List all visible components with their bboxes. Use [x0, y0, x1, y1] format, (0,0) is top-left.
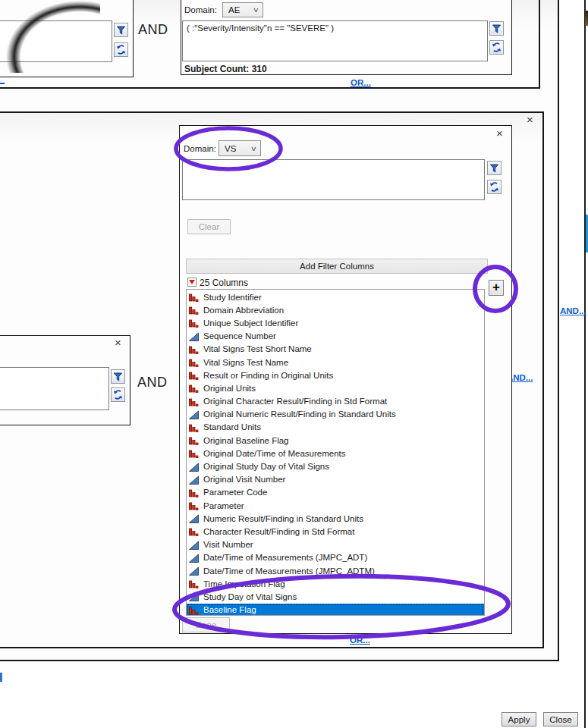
list-item[interactable]: Original Baseline Flag	[187, 434, 484, 447]
list-item[interactable]: Date/Time of Measurements (JMPC_ADT)	[187, 551, 484, 564]
list-item-label: Vital Signs Test Short Name	[203, 344, 312, 353]
list-item[interactable]: Time Imputation Flag	[187, 577, 484, 590]
funnel-icon	[491, 23, 502, 34]
funnel-icon	[489, 162, 500, 174]
list-item-label: Date/Time of Measurements (JMPC_ADTM)	[203, 566, 375, 576]
vs-domain-label: Domain:	[184, 144, 216, 153]
list-item[interactable]: Original Date/Time of Measurements	[187, 447, 484, 460]
ae-domain-label: Domain:	[184, 5, 217, 14]
column-type-icon	[189, 397, 200, 406]
list-item[interactable]: Numeric Result/Finding in Standard Units	[187, 512, 484, 525]
vs-dialog-close-icon[interactable]: ×	[496, 128, 503, 139]
list-item[interactable]: Vital Signs Test Short Name	[187, 343, 484, 356]
vs-expression-box[interactable]	[182, 159, 485, 200]
subject-count-label: Subject Count:	[184, 64, 249, 74]
list-item[interactable]: Parameter	[187, 499, 484, 512]
list-item-label: Original Numeric Result/Finding in Stand…	[203, 410, 396, 419]
column-type-icon	[189, 305, 200, 315]
top-left-refresh-button[interactable]	[114, 42, 128, 57]
continuous-column-icon	[189, 592, 199, 601]
refresh-icon	[112, 389, 124, 400]
or-group-close-icon[interactable]: ×	[527, 115, 533, 125]
list-item-label: Date/Time of Measurements (JMPC_ADT)	[203, 553, 367, 562]
red-triangle-icon	[189, 280, 195, 284]
nominal-column-icon	[189, 488, 199, 497]
list-item-label: Result or Finding in Original Units	[203, 371, 333, 380]
list-item-label: Numeric Result/Finding in Standard Units	[203, 514, 363, 523]
ae-expression-box[interactable]: ( :"Severity/Intensity"n == "SEVERE" )	[182, 20, 488, 61]
nominal-column-icon	[189, 358, 199, 367]
columns-disclosure-icon[interactable]	[187, 278, 197, 287]
top-left-filter-button[interactable]	[114, 23, 128, 37]
column-type-icon	[189, 448, 200, 458]
ae-refresh-button[interactable]	[489, 40, 504, 55]
list-item[interactable]: Original Units	[187, 381, 484, 394]
vs-left-expression-box[interactable]	[0, 367, 109, 410]
list-item[interactable]: Vital Signs Test Name	[187, 356, 484, 369]
list-item-label: Visit Number	[203, 540, 253, 549]
list-item[interactable]: Study Day of Vital Signs	[187, 590, 484, 603]
column-type-icon	[189, 566, 200, 576]
list-item[interactable]: Domain Abbreviation	[187, 303, 484, 316]
vs-left-panel-close-icon[interactable]: ×	[115, 337, 121, 348]
vs-filter-button[interactable]	[487, 161, 502, 175]
continuous-column-icon	[189, 554, 199, 563]
add-column-plus-button[interactable]: +	[489, 280, 504, 296]
middle-or-link[interactable]: OR...	[350, 635, 370, 645]
list-item[interactable]: Unique Subject Identifier	[187, 316, 484, 329]
close-button[interactable]: Close	[543, 712, 578, 726]
list-item-label: Original Visit Number	[203, 475, 285, 484]
list-item[interactable]: Parameter Code	[187, 486, 484, 499]
top-or-link[interactable]: OR...	[351, 78, 371, 87]
nominal-column-icon	[189, 449, 199, 458]
background-window-right-edge	[584, 0, 586, 728]
background-icon-fragment	[585, 11, 588, 26]
vs-refresh-button[interactable]	[487, 180, 502, 194]
outer-and-link[interactable]: AND...	[560, 306, 586, 315]
vs-domain-value: VS	[225, 144, 236, 153]
list-item[interactable]: Result or Finding in Original Units	[187, 369, 484, 381]
list-item-label: Baseline Flag	[203, 605, 256, 614]
done-button[interactable]: Done	[182, 617, 230, 632]
continuous-column-icon	[189, 475, 199, 485]
window-corner-artifact	[0, 0, 100, 73]
ae-domain-select[interactable]: AE ∨	[222, 2, 263, 17]
list-item[interactable]: Original Visit Number	[187, 473, 484, 486]
column-type-icon	[189, 579, 200, 588]
nominal-column-icon	[189, 371, 199, 380]
ae-filter-button[interactable]	[489, 21, 504, 36]
list-item[interactable]: Sequence Number	[187, 330, 484, 343]
vs-left-refresh-button[interactable]	[111, 388, 125, 402]
list-item[interactable]: Original Numeric Result/Finding in Stand…	[187, 408, 484, 421]
columns-summary: 25 Columns	[200, 278, 248, 288]
list-item[interactable]: Standard Units	[187, 421, 484, 434]
column-type-icon	[189, 435, 200, 445]
add-filter-columns-header[interactable]: Add Filter Columns	[186, 259, 488, 274]
nominal-column-icon	[189, 306, 199, 315]
list-item-label: Sequence Number	[203, 331, 276, 340]
nominal-column-icon	[189, 501, 199, 510]
list-item[interactable]: Baseline Flag	[187, 604, 484, 617]
list-item-label: Original Date/Time of Measurements	[203, 449, 345, 458]
list-item[interactable]: Date/Time of Measurements (JMPC_ADTM)	[187, 564, 484, 577]
list-item[interactable]: Study Identifier	[187, 290, 484, 303]
column-type-icon	[189, 422, 200, 432]
nominal-column-icon	[189, 293, 199, 302]
list-item[interactable]: Original Study Day of Vital Signs	[187, 460, 484, 472]
list-item[interactable]: Original Character Result/Finding in Std…	[187, 395, 484, 408]
list-item[interactable]: Character Result/Finding in Std Format	[187, 525, 484, 538]
apply-button[interactable]: Apply	[502, 712, 536, 726]
funnel-icon	[112, 371, 124, 382]
list-item-label: Original Study Day of Vital Signs	[203, 462, 329, 471]
nominal-column-icon	[189, 318, 199, 328]
vs-left-filter-button[interactable]	[111, 369, 125, 384]
list-item[interactable]: Visit Number	[187, 538, 484, 551]
continuous-column-icon	[189, 332, 199, 341]
chevron-down-icon: ∨	[253, 6, 259, 14]
vs-domain-select[interactable]: VS ∨	[219, 140, 261, 156]
clear-button[interactable]: Clear	[187, 219, 231, 234]
column-type-icon	[189, 344, 200, 354]
column-type-icon	[189, 605, 200, 615]
list-item-label: Parameter	[203, 501, 244, 510]
column-list[interactable]: Study Identifier Domain Abbreviation Uni…	[186, 289, 485, 616]
